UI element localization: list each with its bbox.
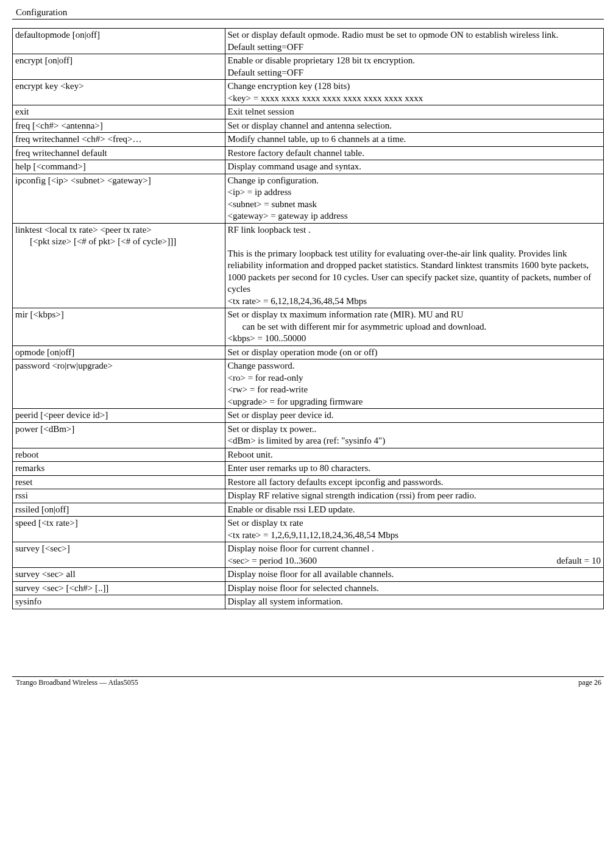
cmd-cell: speed [<tx rate>] <box>13 517 225 542</box>
cmd-cell: survey [<sec>] <box>13 542 225 568</box>
desc-cell: Change ip configuration. <ip> = ip addre… <box>225 174 604 223</box>
desc-cell: Change password. <ro> = for read-only <r… <box>225 359 604 409</box>
desc-cell: Display noise floor for current channel … <box>225 542 604 568</box>
desc-cell: Set or display tx power.. <dBm> is limit… <box>225 422 604 448</box>
cmd-cell: ipconfig [<ip> <subnet> <gateway>] <box>13 174 225 223</box>
page-header-title: Configuration <box>16 7 604 18</box>
table-row: reboot Reboot unit. <box>13 448 604 462</box>
table-row: exit Exit telnet session <box>13 105 604 119</box>
table-row: encrypt key <key> Change encryption key … <box>13 80 604 105</box>
desc-cell: Set or display peer device id. <box>225 409 604 423</box>
desc-cell: Display all system information. <box>225 595 604 609</box>
cmd-cell: survey <sec> all <box>13 568 225 582</box>
table-row: freq writechannel default Restore factor… <box>13 146 604 160</box>
table-row: encrypt [on|off] Enable or disable propr… <box>13 54 604 80</box>
desc-cell: Change encryption key (128 bits) <key> =… <box>225 80 604 105</box>
table-row: mir [<kbps>] Set or display tx maximum i… <box>13 308 604 346</box>
cmd-cell: power [<dBm>] <box>13 422 225 448</box>
table-row: survey <sec> all Display noise floor for… <box>13 568 604 582</box>
desc-cell: Set or display channel and antenna selec… <box>225 119 604 133</box>
desc-cell: Exit telnet session <box>225 105 604 119</box>
desc-cell: Reboot unit. <box>225 448 604 462</box>
desc-right: default = 10 <box>556 555 601 567</box>
desc-cell: Set or display tx rate <tx rate> = 1,2,6… <box>225 517 604 542</box>
cmd-cell: reboot <box>13 448 225 462</box>
cmd-cell: exit <box>13 105 225 119</box>
table-row: sysinfo Display all system information. <box>13 595 604 609</box>
desc-cell: Enter user remarks up to 80 characters. <box>225 462 604 476</box>
table-row: survey <sec> [<ch#> [..]] Display noise … <box>13 581 604 595</box>
table-row: defaultopmode [on|off] Set or display de… <box>13 29 604 54</box>
desc-cell: Modify channel table, up to 6 channels a… <box>225 133 604 147</box>
desc-cell: Display noise floor for all available ch… <box>225 568 604 582</box>
desc-left: Display noise floor for current channel … <box>228 544 374 565</box>
cmd-cell: password <ro|rw|upgrade> <box>13 359 225 409</box>
desc-cell: Display command usage and syntax. <box>225 160 604 174</box>
cmd-cell: opmode [on|off] <box>13 345 225 359</box>
table-row: survey [<sec>] Display noise floor for c… <box>13 542 604 568</box>
table-row: rssi Display RF relative signal strength… <box>13 489 604 503</box>
footer-right: page 26 <box>578 678 601 687</box>
cmd-cell: mir [<kbps>] <box>13 308 225 346</box>
table-row: peerid [<peer device id>] Set or display… <box>13 409 604 423</box>
cmd-cell: remarks <box>13 462 225 476</box>
cmd-cell: defaultopmode [on|off] <box>13 29 225 54</box>
command-table: defaultopmode [on|off] Set or display de… <box>12 28 604 609</box>
table-row: reset Restore all factory defaults excep… <box>13 475 604 489</box>
cmd-cell: freq writechannel <ch#> <freq>… <box>13 133 225 147</box>
desc-sub: can be set with different mir for asymme… <box>228 321 601 333</box>
desc-cell: Display noise floor for selected channel… <box>225 581 604 595</box>
cmd-cell: survey <sec> [<ch#> [..]] <box>13 581 225 595</box>
desc-main: Set or display tx maximum information ra… <box>228 310 464 319</box>
table-row: ipconfig [<ip> <subnet> <gateway>] Chang… <box>13 174 604 223</box>
cmd-cell: reset <box>13 475 225 489</box>
cmd-cell: linktest <local tx rate> <peer tx rate> … <box>13 223 225 308</box>
desc-cell: Set or display operation mode (on or off… <box>225 345 604 359</box>
table-row: remarks Enter user remarks up to 80 char… <box>13 462 604 476</box>
desc-cell: Enable or disable rssi LED update. <box>225 503 604 517</box>
cmd-main: linktest <local tx rate> <peer tx rate> <box>15 225 152 235</box>
cmd-cell: rssi <box>13 489 225 503</box>
table-row: help [<command>] Display command usage a… <box>13 160 604 174</box>
desc-cell: Set or display default opmode. Radio mus… <box>225 29 604 54</box>
desc-cell: Restore all factory defaults except ipco… <box>225 475 604 489</box>
cmd-cell: sysinfo <box>13 595 225 609</box>
header-rule <box>12 19 604 19</box>
cmd-cell: freq [<ch#> <antenna>] <box>13 119 225 133</box>
page-footer: Trango Broadband Wireless — Atlas5055 pa… <box>12 678 604 687</box>
table-row: password <ro|rw|upgrade> Change password… <box>13 359 604 409</box>
desc-cell: Enable or disable proprietary 128 bit tx… <box>225 54 604 80</box>
cmd-sub: [<pkt size> [<# of pkt> [<# of cycle>]]] <box>15 236 222 248</box>
cmd-cell: encrypt [on|off] <box>13 54 225 80</box>
table-row: freq [<ch#> <antenna>] Set or display ch… <box>13 119 604 133</box>
cmd-cell: rssiled [on|off] <box>13 503 225 517</box>
footer-rule <box>12 676 604 677</box>
desc-cell: RF link loopback test . This is the prim… <box>225 223 604 308</box>
desc-cell: Restore factory default channel table. <box>225 146 604 160</box>
desc-tail: <kbps> = 100..50000 <box>228 333 306 343</box>
cmd-cell: encrypt key <key> <box>13 80 225 105</box>
desc-cell: Display RF relative signal strength indi… <box>225 489 604 503</box>
footer-left: Trango Broadband Wireless — Atlas5055 <box>16 678 138 687</box>
cmd-cell: help [<command>] <box>13 160 225 174</box>
desc-cell: Set or display tx maximum information ra… <box>225 308 604 346</box>
table-row: freq writechannel <ch#> <freq>… Modify c… <box>13 133 604 147</box>
table-row: power [<dBm>] Set or display tx power.. … <box>13 422 604 448</box>
table-row: rssiled [on|off] Enable or disable rssi … <box>13 503 604 517</box>
table-row: opmode [on|off] Set or display operation… <box>13 345 604 359</box>
table-row: speed [<tx rate>] Set or display tx rate… <box>13 517 604 542</box>
table-row: linktest <local tx rate> <peer tx rate> … <box>13 223 604 308</box>
cmd-cell: peerid [<peer device id>] <box>13 409 225 423</box>
cmd-cell: freq writechannel default <box>13 146 225 160</box>
